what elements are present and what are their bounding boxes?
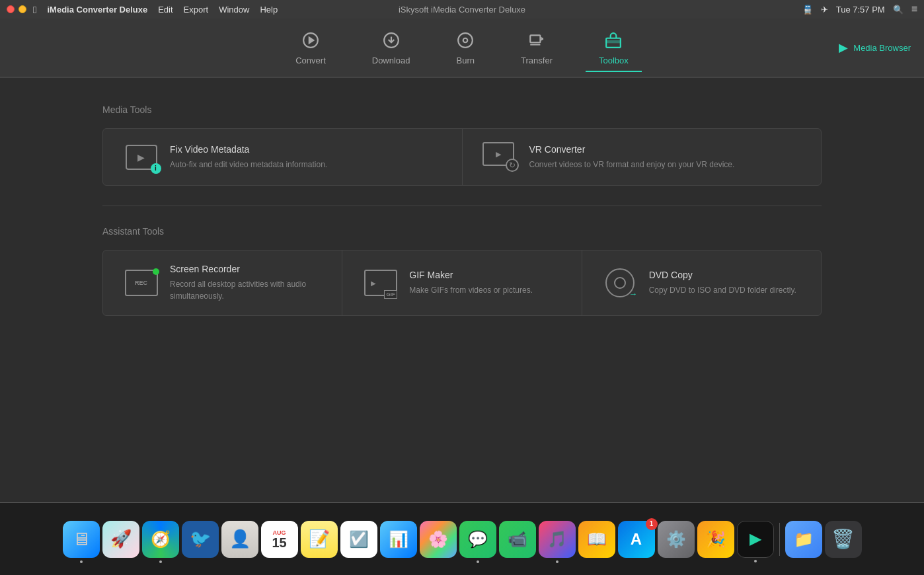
dock-app-reminders[interactable]: ☑️ — [340, 521, 377, 558]
rec-dot — [153, 268, 159, 275]
dock-app-trash[interactable]: 🗑️ — [825, 521, 862, 558]
toolbar: Convert Download Burn — [0, 19, 924, 78]
menu-edit[interactable]: Edit — [158, 5, 173, 15]
close-button[interactable] — [7, 5, 15, 13]
dock-app-safari[interactable]: 🧭 — [142, 521, 179, 558]
window-title: iSkysoft iMedia Converter Deluxe — [399, 5, 525, 15]
svg-point-4 — [458, 33, 473, 48]
dock-app-music[interactable]: 🎵 — [539, 521, 576, 558]
train-icon: 🚆 — [802, 5, 813, 15]
minimize-button[interactable] — [19, 5, 26, 13]
messages-dot — [477, 560, 479, 563]
app-menu-name[interactable]: iMedia Converter Deluxe — [47, 5, 147, 15]
music-dot — [556, 560, 558, 563]
vr-converter-info: VR Converter Convert videos to VR format… — [529, 144, 802, 171]
tab-toolbox-label: Toolbox — [599, 56, 629, 65]
fix-video-metadata-icon: i — [123, 142, 159, 172]
dock-app-files[interactable]: 📁 — [785, 521, 822, 558]
vr-converter-icon-box — [482, 142, 519, 172]
download-icon — [383, 32, 400, 52]
dock-app-twitterrific[interactable]: 🐦 — [182, 521, 219, 558]
menu-export[interactable]: Export — [184, 5, 209, 15]
menu-help[interactable]: Help — [260, 5, 278, 15]
screen-recorder-name: Screen Recorder — [170, 264, 322, 274]
dock-app-appstore[interactable]: A 1 — [618, 521, 655, 558]
infuse-dot — [754, 560, 757, 562]
media-browser-label: Media Browser — [853, 43, 911, 53]
assistant-tools-title: Assistant Tools — [102, 226, 822, 237]
tab-toolbox[interactable]: Toolbox — [586, 26, 642, 72]
tool-dvd-copy[interactable]: → DVD Copy Copy DVD to ISO and DVD folde… — [582, 250, 821, 315]
screen-recorder-icon: REC — [125, 270, 158, 296]
info-badge: i — [151, 163, 161, 174]
dock-app-infuse[interactable]: ▶ — [737, 521, 774, 558]
main-content: Media Tools i Fix Video Metadata Auto-fi… — [0, 78, 924, 502]
gif-maker-name: GIF Maker — [409, 270, 561, 280]
dock-app-keynote[interactable]: 📊 — [380, 521, 417, 558]
media-tools-section: Media Tools i Fix Video Metadata Auto-fi… — [0, 91, 924, 199]
dvd-copy-info: DVD Copy Copy DVD to ISO and DVD folder … — [649, 270, 801, 296]
dvd-copy-name: DVD Copy — [649, 270, 801, 280]
svg-rect-6 — [530, 35, 540, 42]
tab-transfer-label: Transfer — [521, 56, 553, 65]
fix-video-metadata-desc: Auto-fix and edit video metadata informa… — [170, 159, 442, 171]
tab-download[interactable]: Download — [359, 26, 424, 72]
fix-video-icon-box: i — [126, 145, 157, 170]
clock: Tue 7:57 PM — [836, 5, 885, 15]
gif-badge: GIF — [384, 290, 397, 299]
notif-icon[interactable]: ≡ — [911, 3, 917, 15]
dock: 🖥 🚀 🧭 🐦 👤 AUG 15 📝 ☑️ 📊 🌸 💬 📹 🎵 📖 — [0, 502, 924, 575]
media-tools-grid: i Fix Video Metadata Auto-fix and edit v… — [102, 128, 822, 186]
dvd-copy-desc: Copy DVD to ISO and DVD folder directly. — [649, 284, 801, 296]
media-browser-button[interactable]: ▶ Media Browser — [839, 40, 911, 55]
fix-video-metadata-info: Fix Video Metadata Auto-fix and edit vid… — [170, 144, 442, 171]
finder-dot — [80, 560, 83, 563]
dock-app-messages[interactable]: 💬 — [459, 521, 496, 558]
tab-convert[interactable]: Convert — [282, 26, 339, 72]
vr-converter-name: VR Converter — [529, 144, 802, 155]
dock-app-launchpad[interactable]: 🚀 — [102, 521, 139, 558]
assistant-tools-grid: REC Screen Recorder Record all desktop a… — [102, 250, 822, 316]
tool-fix-video-metadata[interactable]: i Fix Video Metadata Auto-fix and edit v… — [103, 129, 463, 185]
tool-vr-converter[interactable]: VR Converter Convert videos to VR format… — [463, 129, 822, 185]
svg-rect-11 — [607, 41, 621, 42]
vr-converter-desc: Convert videos to VR format and enjoy on… — [529, 159, 802, 171]
search-icon[interactable]: 🔍 — [893, 5, 904, 15]
safari-dot — [159, 560, 162, 563]
tab-burn[interactable]: Burn — [443, 26, 488, 72]
gif-maker-icon: GIF — [364, 270, 397, 296]
transfer-icon — [528, 32, 545, 52]
tab-transfer[interactable]: Transfer — [508, 26, 566, 72]
tool-screen-recorder[interactable]: REC Screen Recorder Record all desktop a… — [103, 250, 342, 315]
tool-gif-maker[interactable]: GIF GIF Maker Make GIFs from videos or p… — [342, 250, 582, 315]
dock-app-finder[interactable]: 🖥 — [63, 521, 100, 558]
dock-app-books[interactable]: 📖 — [578, 521, 615, 558]
dock-app-notes[interactable]: 📝 — [301, 521, 338, 558]
window-controls — [7, 5, 26, 13]
media-tools-title: Media Tools — [102, 104, 822, 115]
dock-app-party[interactable]: 🎉 — [697, 521, 734, 558]
convert-icon — [302, 32, 319, 52]
dock-app-contacts[interactable]: 👤 — [221, 521, 258, 558]
rec-text: REC — [135, 280, 147, 286]
appstore-badge: 1 — [646, 518, 658, 530]
apple-menu[interactable]:  — [33, 4, 36, 15]
dock-app-calendar[interactable]: AUG 15 — [261, 521, 298, 558]
vr-circle-icon — [506, 159, 519, 172]
menu-window[interactable]: Window — [219, 5, 249, 15]
svg-point-5 — [463, 38, 468, 42]
gif-maker-icon-box: GIF — [362, 268, 399, 298]
tab-burn-label: Burn — [457, 56, 475, 65]
screen-recorder-info: Screen Recorder Record all desktop activ… — [170, 264, 322, 302]
svg-marker-1 — [309, 37, 314, 43]
dock-app-facetime[interactable]: 📹 — [499, 521, 536, 558]
assistant-tools-section: Assistant Tools REC Screen Recorder Reco… — [0, 213, 924, 329]
tab-convert-label: Convert — [295, 56, 326, 65]
tab-download-label: Download — [372, 56, 410, 65]
dvd-copy-icon: → — [605, 268, 635, 297]
dock-app-photos[interactable]: 🌸 — [420, 521, 457, 558]
toolbox-icon — [605, 32, 622, 52]
screen-recorder-icon-box: REC — [123, 268, 159, 298]
dock-app-syspref[interactable]: ⚙️ — [658, 521, 695, 558]
dock-separator — [779, 523, 780, 556]
